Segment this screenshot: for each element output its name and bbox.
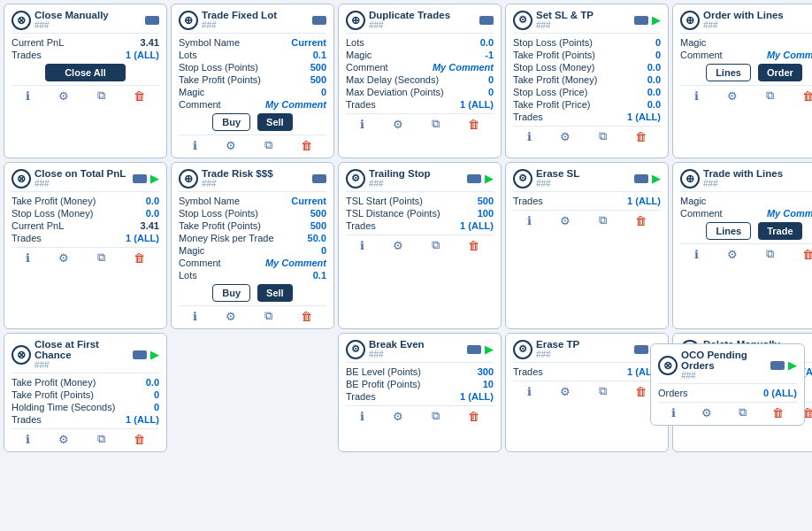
info-icon[interactable]: ℹ xyxy=(671,406,676,419)
play-button[interactable]: ▶ xyxy=(652,14,661,26)
trash-icon[interactable]: 🗑 xyxy=(635,130,647,143)
info-icon[interactable]: ℹ xyxy=(360,410,364,423)
comment-row: Comment My Comment xyxy=(680,208,812,219)
minimize-button[interactable] xyxy=(479,16,494,25)
trash-icon[interactable]: 🗑 xyxy=(802,89,812,103)
card-title: Trade Fixed Lot xyxy=(202,10,277,20)
settings-icon[interactable]: ⚙ xyxy=(727,248,738,261)
close-all-button[interactable]: Close All xyxy=(45,64,126,81)
settings-icon[interactable]: ⚙ xyxy=(393,239,403,252)
info-icon[interactable]: ℹ xyxy=(26,251,30,265)
minimize-button[interactable] xyxy=(133,174,147,183)
lines-button[interactable]: Lines xyxy=(706,64,751,81)
settings-icon[interactable]: ⚙ xyxy=(393,410,403,423)
trash-icon[interactable]: 🗑 xyxy=(802,248,812,261)
settings-icon[interactable]: ⚙ xyxy=(226,139,236,152)
play-button[interactable]: ▶ xyxy=(788,359,797,371)
tp-money-row: Take Profit (Money) 0.0 xyxy=(11,377,159,388)
trash-icon[interactable]: 🗑 xyxy=(301,310,312,323)
copy-icon[interactable]: ⧉ xyxy=(97,250,105,265)
copy-icon[interactable]: ⧉ xyxy=(432,117,440,131)
trash-icon[interactable]: 🗑 xyxy=(134,89,145,103)
buy-button[interactable]: Buy xyxy=(212,113,250,131)
settings-icon[interactable]: ⚙ xyxy=(727,89,738,103)
info-icon[interactable]: ℹ xyxy=(193,139,197,152)
lines-button[interactable]: Lines xyxy=(706,222,751,240)
sell-button[interactable]: Sell xyxy=(257,113,293,131)
play-button[interactable]: ▶ xyxy=(485,173,494,184)
trash-icon[interactable]: 🗑 xyxy=(635,214,647,227)
trash-icon[interactable]: 🗑 xyxy=(301,139,312,152)
card-subtitle: ### xyxy=(536,20,594,30)
trade-with-lines-card: ⊕ Trade with Lines ### Magic 0 Comment M… xyxy=(672,162,812,329)
trash-icon[interactable]: 🗑 xyxy=(468,118,479,131)
settings-icon[interactable]: ⚙ xyxy=(58,251,69,265)
footer-icons: ℹ ⚙ ⧉ 🗑 xyxy=(11,428,159,446)
info-icon[interactable]: ℹ xyxy=(527,385,532,398)
info-icon[interactable]: ℹ xyxy=(527,214,532,227)
magic-row: Magic -1 xyxy=(346,50,494,60)
footer-icons: ℹ ⚙ ⧉ 🗑 xyxy=(346,113,494,131)
minimize-button[interactable] xyxy=(770,361,785,370)
order-button[interactable]: Order xyxy=(758,64,802,81)
info-icon[interactable]: ℹ xyxy=(694,248,699,261)
settings-icon[interactable]: ⚙ xyxy=(560,130,571,143)
settings-icon[interactable]: ⚙ xyxy=(393,118,403,131)
info-icon[interactable]: ℹ xyxy=(360,239,364,252)
info-icon[interactable]: ℹ xyxy=(26,433,30,446)
sell-button[interactable]: Sell xyxy=(257,284,293,302)
minimize-button[interactable] xyxy=(312,16,326,25)
info-icon[interactable]: ℹ xyxy=(694,89,699,103)
lots-row: Lots 0.1 xyxy=(179,270,326,281)
play-button[interactable]: ▶ xyxy=(652,173,661,184)
copy-icon[interactable]: ⧉ xyxy=(97,88,105,103)
settings-icon[interactable]: ⚙ xyxy=(701,406,712,419)
copy-icon[interactable]: ⧉ xyxy=(432,409,440,423)
info-icon[interactable]: ℹ xyxy=(527,130,532,143)
play-button[interactable]: ▶ xyxy=(150,173,159,184)
copy-icon[interactable]: ⧉ xyxy=(264,309,272,323)
settings-icon[interactable]: ⚙ xyxy=(560,214,571,227)
settings-icon[interactable]: ⚙ xyxy=(560,385,571,398)
minimize-button[interactable] xyxy=(145,16,159,25)
copy-icon[interactable]: ⧉ xyxy=(766,247,774,261)
settings-icon[interactable]: ⚙ xyxy=(226,310,236,323)
info-icon[interactable]: ℹ xyxy=(26,89,30,103)
copy-icon[interactable]: ⧉ xyxy=(739,405,747,419)
play-button[interactable]: ▶ xyxy=(485,343,494,355)
copy-icon[interactable]: ⧉ xyxy=(766,88,774,103)
minimize-button[interactable] xyxy=(634,174,648,183)
sl-money-row: Stop Loss (Money) 0.0 xyxy=(11,208,159,219)
copy-icon[interactable]: ⧉ xyxy=(97,432,105,446)
trade-button[interactable]: Trade xyxy=(758,222,801,240)
minimize-button[interactable] xyxy=(467,345,481,354)
copy-icon[interactable]: ⧉ xyxy=(432,238,440,252)
footer-icons: ℹ ⚙ ⧉ 🗑 xyxy=(179,135,326,152)
trash-icon[interactable]: 🗑 xyxy=(134,433,145,446)
copy-icon[interactable]: ⧉ xyxy=(599,213,607,227)
copy-icon[interactable]: ⧉ xyxy=(599,384,607,398)
trash-icon[interactable]: 🗑 xyxy=(468,239,479,252)
minimize-button[interactable] xyxy=(467,174,481,183)
trash-icon[interactable]: 🗑 xyxy=(635,385,647,398)
trash-icon[interactable]: 🗑 xyxy=(772,406,784,419)
plus-circle-icon: ⊕ xyxy=(680,169,700,189)
card-header: ⚙ Erase SL ### ▶ xyxy=(513,168,661,192)
buy-button[interactable]: Buy xyxy=(212,284,250,302)
play-button[interactable]: ▶ xyxy=(150,349,159,360)
info-icon[interactable]: ℹ xyxy=(193,310,197,323)
trash-icon[interactable]: 🗑 xyxy=(134,251,145,265)
copy-icon[interactable]: ⧉ xyxy=(599,129,607,143)
oco-pending-orders-card: ⊗ OCO Pending Orders ### ▶ Orders 0 (ALL… xyxy=(650,343,805,426)
card-header: ⊕ Order with Lines ### xyxy=(680,10,812,34)
card-header: ⊕ Trade Fixed Lot ### xyxy=(179,10,326,34)
minimize-button[interactable] xyxy=(133,350,147,359)
minimize-button[interactable] xyxy=(634,345,648,354)
info-icon[interactable]: ℹ xyxy=(360,118,364,131)
minimize-button[interactable] xyxy=(312,174,326,183)
settings-icon[interactable]: ⚙ xyxy=(58,89,69,103)
copy-icon[interactable]: ⧉ xyxy=(264,138,272,152)
settings-icon[interactable]: ⚙ xyxy=(58,433,69,446)
trash-icon[interactable]: 🗑 xyxy=(468,410,479,423)
minimize-button[interactable] xyxy=(634,16,648,25)
